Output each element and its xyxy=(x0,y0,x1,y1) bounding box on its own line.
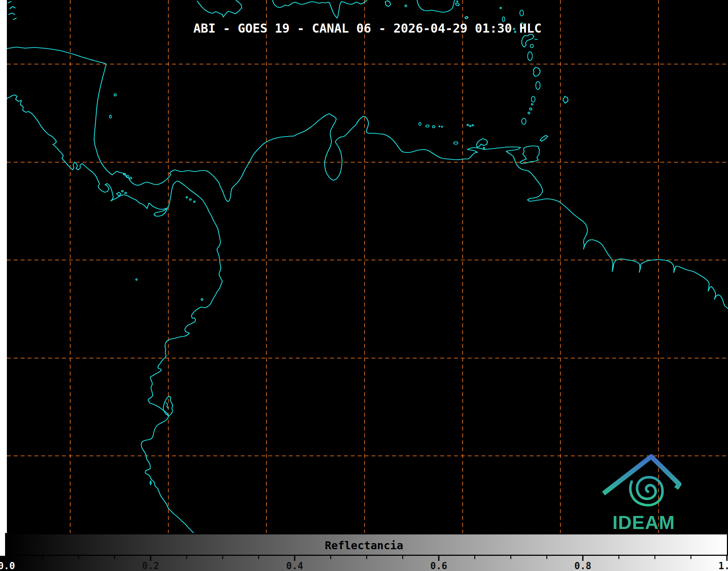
map-left-margin-cover xyxy=(0,0,7,533)
colorbar-tick-label: 1.0 xyxy=(719,560,728,571)
map-canvas: IDEAM xyxy=(0,0,728,533)
map-background xyxy=(0,0,728,533)
ideam-logo-text: IDEAM xyxy=(613,512,675,533)
colorbar-tick-label: 0.6 xyxy=(430,560,447,571)
colorbar-label: Reflectancia xyxy=(0,539,728,552)
satellite-image-figure: IDEAM ABI - GOES 19 - CANAL 06 - 2026-04… xyxy=(0,0,728,571)
colorbar-axis: 0.00.20.40.60.81.0 xyxy=(0,556,728,571)
island xyxy=(535,39,537,39)
colorbar-tick-label: 0.4 xyxy=(286,560,303,571)
colorbar-tick-label: 0.8 xyxy=(575,560,592,571)
colorbar-tick-label: 0.2 xyxy=(142,560,159,571)
colorbar-tick-label: 0.0 xyxy=(0,560,15,571)
image-title: ABI - GOES 19 - CANAL 06 - 2026-04-29 01… xyxy=(7,21,728,35)
